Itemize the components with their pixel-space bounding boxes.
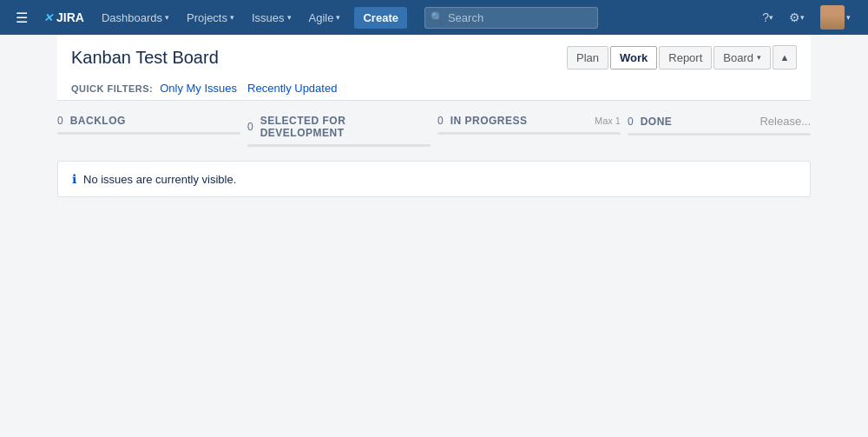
tab-plan[interactable]: Plan	[567, 46, 608, 70]
tab-work[interactable]: Work	[610, 46, 657, 70]
quick-filters-row: QUICK FILTERS: Only My Issues Recently U…	[71, 76, 797, 100]
inprogress-count: 0	[437, 115, 444, 127]
issues-arrow-icon: ▾	[287, 13, 292, 22]
backlog-header: 0 Backlog	[57, 115, 240, 127]
selected-header: 0 Selected for Development	[247, 115, 431, 139]
logo-text: JIRA	[56, 10, 84, 24]
settings-button[interactable]: ⚙ ▾	[782, 0, 812, 35]
info-icon: ℹ	[72, 172, 76, 186]
backlog-title: Backlog	[70, 115, 240, 127]
board-body: 0 Backlog 0 Selected for Development	[57, 101, 811, 211]
avatar-face	[820, 5, 845, 30]
column-done: 0 Done Release...	[628, 115, 811, 154]
page-wrapper: ☰ ✕ JIRA Dashboards ▾ Projects ▾ Issues …	[0, 0, 868, 437]
tab-board[interactable]: Board ▾	[713, 46, 771, 70]
dashboards-arrow-icon: ▾	[165, 13, 169, 22]
columns-row: 0 Backlog 0 Selected for Development	[57, 115, 811, 154]
column-selected: 0 Selected for Development	[247, 115, 431, 154]
nav-dashboards[interactable]: Dashboards ▾	[95, 0, 176, 35]
logo-x: ✕	[43, 11, 53, 24]
board-dropdown-arrow-icon: ▾	[757, 53, 761, 62]
board-tabs: Plan Work Report Board ▾ ▲	[567, 45, 797, 70]
done-count: 0	[628, 116, 634, 128]
nav-right-actions: ? ▾ ⚙ ▾ ▾	[755, 0, 858, 35]
projects-arrow-icon: ▾	[230, 13, 234, 22]
nav-issues[interactable]: Issues ▾	[245, 0, 299, 35]
board-header: Kanban Test Board Plan Work Report Board…	[57, 35, 811, 101]
board-title-row: Kanban Test Board Plan Work Report Board…	[71, 45, 797, 70]
nav-search-area: 🔍	[424, 7, 741, 29]
filter-recently-updated[interactable]: Recently Updated	[247, 82, 337, 95]
quick-filters-label: QUICK FILTERS:	[71, 83, 153, 94]
settings-icon: ⚙	[789, 10, 800, 24]
search-input[interactable]	[424, 7, 598, 29]
backlog-count: 0	[57, 115, 63, 127]
star-icon: ▲	[780, 52, 790, 63]
user-arrow-icon: ▾	[846, 13, 851, 22]
jira-logo[interactable]: ✕ JIRA	[36, 10, 91, 24]
top-nav: ☰ ✕ JIRA Dashboards ▾ Projects ▾ Issues …	[0, 0, 868, 35]
agile-arrow-icon: ▾	[336, 13, 340, 22]
board-title: Kanban Test Board	[71, 48, 219, 68]
selected-bar	[247, 144, 431, 147]
selected-count: 0	[247, 121, 253, 133]
no-issues-box: ℹ No issues are currently visible.	[57, 161, 811, 197]
help-button[interactable]: ? ▾	[755, 0, 780, 35]
backlog-bar	[57, 132, 240, 135]
inprogress-header: 0 In Progress Max 1	[437, 115, 621, 127]
nav-agile[interactable]: Agile ▾	[302, 0, 348, 35]
user-avatar-button[interactable]: ▾	[813, 0, 858, 35]
star-button[interactable]: ▲	[773, 45, 797, 70]
hamburger-button[interactable]: ☰	[10, 6, 33, 30]
done-header: 0 Done Release...	[628, 115, 811, 128]
filter-only-my-issues[interactable]: Only My Issues	[160, 82, 237, 95]
search-icon: 🔍	[431, 11, 444, 23]
done-title: Done	[641, 116, 700, 128]
column-backlog: 0 Backlog	[57, 115, 240, 154]
nav-projects[interactable]: Projects ▾	[180, 0, 241, 35]
no-issues-text: No issues are currently visible.	[83, 173, 236, 186]
inprogress-max: Max 1	[595, 116, 621, 126]
inprogress-bar	[437, 132, 621, 135]
help-icon: ?	[762, 10, 769, 24]
create-button[interactable]: Create	[354, 7, 406, 29]
release-button[interactable]: Release...	[760, 115, 811, 128]
inprogress-title: In Progress	[450, 115, 591, 127]
avatar	[820, 5, 845, 30]
help-arrow-icon: ▾	[769, 13, 773, 22]
done-bar	[628, 133, 811, 136]
selected-title: Selected for Development	[260, 115, 431, 139]
main-area: Kanban Test Board Plan Work Report Board…	[0, 35, 868, 437]
column-inprogress: 0 In Progress Max 1	[437, 115, 621, 154]
tab-report[interactable]: Report	[659, 46, 712, 70]
settings-arrow-icon: ▾	[800, 13, 805, 22]
